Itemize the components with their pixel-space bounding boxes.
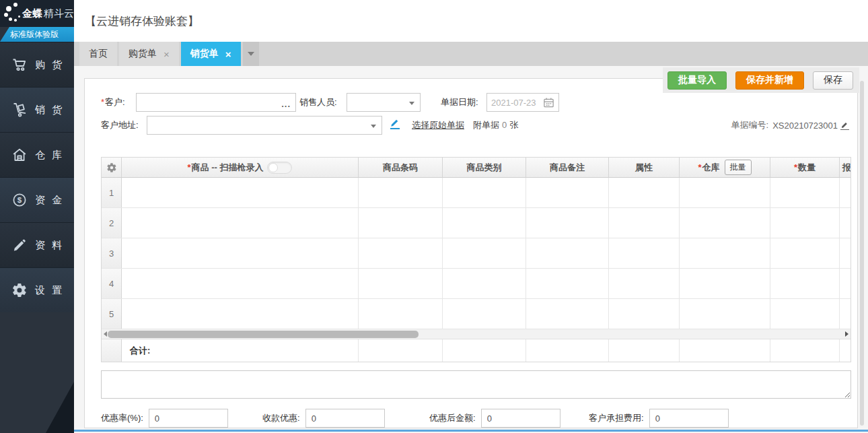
table-cell-barcode[interactable] <box>359 208 443 238</box>
ellipsis-icon[interactable]: ... <box>281 99 291 109</box>
batch-import-button[interactable]: 批量导入 <box>667 71 727 90</box>
sidebar-item-warehouse[interactable]: 仓 库 <box>0 132 74 177</box>
column-header-label: 商品类别 <box>467 162 502 174</box>
remark-textarea[interactable] <box>101 370 851 399</box>
table-cell-quantity[interactable] <box>770 208 840 238</box>
scroll-right-icon[interactable] <box>845 331 848 337</box>
calendar-icon[interactable] <box>543 97 554 108</box>
sidebar-item-label: 资 料 <box>35 239 64 252</box>
column-header-label: 商品 -- 扫描枪录入 <box>192 162 264 174</box>
table-cell-quantity[interactable] <box>770 238 840 268</box>
customer-borne-fee-input[interactable] <box>649 409 729 428</box>
table-cell-barcode[interactable] <box>359 238 443 268</box>
table-cell-category[interactable] <box>443 299 526 329</box>
total-cell <box>443 339 526 362</box>
receipt-discount-label: 收款优惠: <box>262 412 300 424</box>
tabs: 首页购货单×销货单× <box>79 42 243 66</box>
select-original-link[interactable]: 选择原始单据 <box>412 116 464 135</box>
table-cell-product[interactable] <box>122 208 359 238</box>
gear-icon[interactable] <box>106 162 117 173</box>
sidebar-item-data[interactable]: 资 料 <box>0 222 74 267</box>
column-header-label: 报价 <box>842 162 851 174</box>
table-cell-quote[interactable] <box>840 269 851 298</box>
column-header-label: 商品备注 <box>550 162 585 174</box>
vertical-scrollbar[interactable] <box>860 81 864 426</box>
salesperson-label: 销售人员: <box>299 93 337 112</box>
scan-toggle[interactable] <box>267 162 292 174</box>
warehouse-icon <box>11 147 28 163</box>
column-header-attribute: 属性 <box>609 158 680 177</box>
table-cell-attribute[interactable] <box>609 178 680 207</box>
table-cell-category[interactable] <box>443 269 526 298</box>
table-cell-attribute[interactable] <box>609 208 680 238</box>
address-edit-pencil-icon[interactable] <box>390 118 400 129</box>
column-header-product[interactable]: *商品 -- 扫描枪录入 <box>122 158 359 177</box>
table-cell-product[interactable] <box>122 299 359 329</box>
table-cell-remark[interactable] <box>526 238 609 268</box>
table-cell-quote[interactable] <box>840 238 851 268</box>
sidebar-item-funds[interactable]: $资 金 <box>0 177 74 222</box>
table-cell-warehouse[interactable] <box>680 269 770 298</box>
bill-date-input[interactable]: 2021-07-23 <box>486 93 559 112</box>
table-cell-category[interactable] <box>443 178 526 207</box>
scroll-left-icon[interactable] <box>104 331 107 337</box>
sidebar-item-label: 销 货 <box>35 104 64 116</box>
tab-list-dropdown[interactable] <box>243 42 259 66</box>
cart-icon <box>11 57 28 73</box>
bill-no-edit-icon[interactable] <box>840 121 849 130</box>
sidebar-item-sales[interactable]: 销 货 <box>0 87 74 132</box>
sidebar-item-purchase[interactable]: 购 货 <box>0 42 74 87</box>
table-cell-barcode[interactable] <box>359 269 443 298</box>
table-cell-quantity[interactable] <box>770 178 840 207</box>
table-cell-remark[interactable] <box>526 299 609 329</box>
customer-address-select[interactable] <box>147 116 382 135</box>
table-cell-attribute[interactable] <box>609 238 680 268</box>
discount-rate-label: 优惠率(%): <box>101 412 143 424</box>
table-cell-product[interactable] <box>122 238 359 268</box>
table-cell-quote[interactable] <box>840 178 851 207</box>
table-cell-quantity[interactable] <box>770 299 840 329</box>
table-cell-quote[interactable] <box>840 208 851 238</box>
table-cell-barcode[interactable] <box>359 178 443 207</box>
table-cell-quantity[interactable] <box>770 269 840 298</box>
save-button[interactable]: 保存 <box>813 71 853 90</box>
amount-after-discount-input[interactable] <box>481 409 560 428</box>
table-cell-warehouse[interactable] <box>680 238 770 268</box>
bill-no-label: 单据编号: <box>731 119 769 131</box>
table-cell-category[interactable] <box>443 238 526 268</box>
batch-warehouse-button[interactable]: 批量 <box>725 160 752 175</box>
table-cell-attribute[interactable] <box>609 299 680 329</box>
column-header-settings[interactable] <box>102 158 122 177</box>
table-cell-warehouse[interactable] <box>680 178 770 207</box>
close-icon[interactable]: × <box>225 48 231 60</box>
scrollbar-thumb[interactable] <box>108 331 419 338</box>
table-cell-remark[interactable] <box>526 208 609 238</box>
salesperson-select[interactable] <box>347 93 421 112</box>
table-cell-remark[interactable] <box>526 269 609 298</box>
sidebar-item-label: 资 金 <box>35 194 64 207</box>
table-cell-category[interactable] <box>443 208 526 238</box>
table-cell-warehouse[interactable] <box>680 208 770 238</box>
horizontal-scrollbar[interactable] <box>102 329 851 339</box>
column-header-warehouse[interactable]: *仓库批量 <box>680 158 770 177</box>
save-and-new-button[interactable]: 保存并新增 <box>735 71 804 90</box>
required-mark: * <box>188 162 191 172</box>
customer-input[interactable]: ... <box>136 93 296 112</box>
table-cell-warehouse[interactable] <box>680 299 770 329</box>
table-cell-remark[interactable] <box>526 178 609 207</box>
table-cell-barcode[interactable] <box>359 299 443 329</box>
table-cell-attribute[interactable] <box>609 269 680 298</box>
discount-rate-input[interactable] <box>149 409 228 428</box>
sidebar-item-label: 设 置 <box>35 284 64 297</box>
product-grid: *商品 -- 扫描枪录入商品条码商品类别商品备注属性*仓库批量*数量报价 123… <box>101 157 851 362</box>
chevron-down-icon <box>248 52 254 56</box>
sidebar-item-settings[interactable]: 设 置 <box>0 267 74 312</box>
close-icon[interactable]: × <box>164 48 170 60</box>
table-cell-quote[interactable] <box>840 299 851 329</box>
tab-home[interactable]: 首页 <box>79 42 117 66</box>
tab-purchase-order[interactable]: 购货单× <box>119 42 179 66</box>
tab-sales-order[interactable]: 销货单× <box>181 42 241 66</box>
table-cell-product[interactable] <box>122 269 359 298</box>
receipt-discount-input[interactable] <box>305 409 385 428</box>
table-cell-product[interactable] <box>122 178 359 207</box>
